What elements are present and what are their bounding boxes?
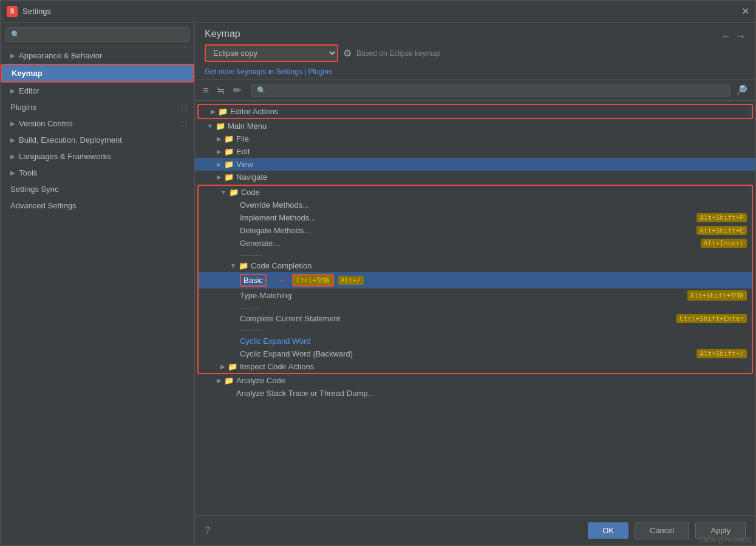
app-icon: S [7, 6, 18, 17]
sidebar-item-label: Build, Execution, Deployment [19, 135, 122, 145]
sidebar-item-label: Settings Sync [10, 185, 59, 194]
arrow-icon: ▶ [10, 52, 15, 59]
tree-item-analyze-code[interactable]: ▶ 📁 Analyze Code [195, 374, 755, 387]
tree-item-edit[interactable]: ▶ 📁 Edit [195, 145, 755, 158]
gear-icon[interactable]: ⚙ [343, 47, 352, 59]
tree-item-main-menu[interactable]: ▼ 📁 Main Menu [195, 120, 755, 132]
plugins-badge: ⬚ [181, 103, 187, 111]
shortcut-ctrl-space: Ctrl+空格 [292, 274, 334, 287]
right-panel: Keymap ← → Eclipse copy ⚙ Based on Eclip… [195, 22, 755, 545]
tree-item-navigate[interactable]: ▶ 📁 Navigate [195, 171, 755, 183]
arrow-icon: ▶ [211, 108, 216, 115]
tree-item-label: Override Methods... [240, 200, 309, 210]
tree-item-code[interactable]: ▼ 📁 Code [199, 186, 752, 199]
tree-item-complete-current[interactable]: Complete Current Statement Ctrl+Shift+En… [199, 312, 752, 325]
shortcut-alt-shift-space: Alt+Shift+空格 [687, 290, 747, 301]
tree-item-view[interactable]: ▶ 📁 View [195, 158, 755, 171]
get-more-keymaps-link[interactable]: Get more keymaps in Settings | Plugins [205, 67, 332, 76]
folder-icon: 📁 [224, 134, 234, 143]
tree-item-generate[interactable]: Generate... Alt+Insert [199, 237, 752, 250]
sidebar-item-settings-sync[interactable]: Settings Sync [1, 181, 194, 197]
basic-shortcuts: Ctrl+空格 Alt+/ [292, 274, 364, 287]
title-bar: S Settings ✕ [1, 1, 755, 22]
sidebar-item-plugins[interactable]: Plugins ⬚ [1, 99, 194, 115]
separator-1: ---------- [199, 250, 752, 259]
tree-item-label: Generate... [240, 239, 279, 248]
expand-all-button[interactable]: ≡ [200, 83, 211, 98]
nav-forward-button[interactable]: → [736, 31, 746, 42]
keymap-selector-row: Eclipse copy ⚙ Based on Eclipse keymap [205, 44, 746, 62]
tree-item-label: Analyze Code [236, 376, 285, 385]
nav-back-button[interactable]: ← [721, 31, 731, 42]
tree-item-inspect-code-actions[interactable]: ▶ 📁 Inspect Code Actions [199, 360, 752, 373]
folder-icon: 📁 [218, 107, 228, 116]
keymap-tree: ▶ 📁 Editor Actions ▼ 📁 Main Menu ▶ 📁 Fil… [195, 101, 755, 515]
tree-item-basic[interactable]: Basic → Ctrl+空格 Alt+/ [199, 272, 752, 288]
sidebar-item-keymap[interactable]: Keymap [1, 64, 194, 83]
sidebar-item-version-control[interactable]: ▶ Version Control ⬚ [1, 115, 194, 132]
sidebar-item-appearance[interactable]: ▶ Appearance & Behavior [1, 47, 194, 64]
arrow-icon: ▶ [10, 137, 15, 143]
sidebar-item-advanced-settings[interactable]: Advanced Settings [1, 197, 194, 214]
keymap-search-input[interactable] [251, 84, 730, 97]
sidebar-item-label: Appearance & Behavior [19, 51, 102, 60]
window-title: Settings [22, 7, 741, 16]
tree-item-label[interactable]: Cyclic Expand Word [240, 336, 311, 346]
separator-2: ---------- [199, 302, 752, 312]
shortcut-alt-shift-p: Alt+Shift+P [696, 213, 747, 222]
tree-item-label: Edit [236, 147, 250, 156]
sidebar-search-input[interactable] [5, 27, 189, 42]
sidebar-item-label: Version Control [19, 119, 73, 128]
arrow-icon: ▶ [10, 87, 15, 94]
sidebar-item-languages[interactable]: ▶ Languages & Frameworks [1, 148, 194, 165]
tree-item-label: Type-Matching [240, 291, 291, 300]
keymap-dropdown[interactable]: Eclipse copy [205, 44, 338, 62]
tree-item-delegate-methods[interactable]: Delegate Methods... Alt+Shift+E [199, 224, 752, 237]
tree-item-type-matching[interactable]: Type-Matching Alt+Shift+空格 [199, 288, 752, 302]
tree-item-label: Code Completion [251, 261, 312, 270]
sidebar: ▶ Appearance & Behavior Keymap ▶ Editor … [1, 22, 195, 545]
sidebar-item-editor[interactable]: ▶ Editor [1, 83, 194, 99]
sidebar-item-tools[interactable]: ▶ Tools [1, 165, 194, 181]
sidebar-item-label: Languages & Frameworks [19, 152, 111, 161]
help-icon[interactable]: ? [205, 525, 210, 536]
tree-item-cyclic-expand[interactable]: Cyclic Expand Word [199, 335, 752, 347]
arrow-icon: ▼ [230, 262, 236, 269]
separator-3: ---------- [199, 325, 752, 335]
tree-item-label: Editor Actions [230, 107, 279, 116]
collapse-all-button[interactable]: ≒ [214, 83, 228, 98]
settings-window: S Settings ✕ ▶ Appearance & Behavior Key… [0, 0, 756, 546]
tree-item-label: Analyze Stack Trace or Thread Dump... [236, 389, 374, 398]
tree-item-label: Cyclic Expand Word (Backward) [240, 349, 353, 358]
panel-title: Keymap [205, 29, 240, 39]
cancel-button[interactable]: Cancel [635, 522, 689, 539]
sidebar-item-label: Advanced Settings [10, 201, 76, 210]
tree-item-label: Main Menu [228, 121, 267, 131]
edit-shortcut-button[interactable]: ✏ [230, 83, 244, 98]
arrow-icon: ▶ [217, 148, 222, 155]
tree-item-label: Complete Current Statement [240, 314, 340, 323]
tree-item-label: Implement Methods... [240, 213, 316, 222]
tree-item-analyze-stack-trace[interactable]: Analyze Stack Trace or Thread Dump... [195, 387, 755, 400]
arrow-icon: ▶ [10, 153, 15, 160]
close-button[interactable]: ✕ [741, 5, 749, 17]
tree-item-implement-methods[interactable]: Implement Methods... Alt+Shift+P [199, 211, 752, 224]
folder-icon: 📁 [228, 362, 237, 371]
tree-item-file[interactable]: ▶ 📁 File [195, 132, 755, 145]
arrow-icon: ▶ [220, 363, 225, 370]
tree-item-override-methods[interactable]: Override Methods... [199, 199, 752, 211]
tree-item-editor-actions[interactable]: ▶ 📁 Editor Actions [197, 104, 753, 119]
arrow-icon: ▶ [10, 169, 15, 176]
shortcut-arrow: → [276, 274, 287, 287]
tree-item-label: Navigate [236, 172, 267, 182]
ok-button[interactable]: OK [588, 522, 628, 539]
tree-item-label: Inspect Code Actions [240, 362, 314, 371]
tree-item-cyclic-expand-backward[interactable]: Cyclic Expand Word (Backward) Alt+Shift+… [199, 347, 752, 360]
sidebar-item-build[interactable]: ▶ Build, Execution, Deployment [1, 132, 194, 148]
find-action-button[interactable]: 🔎 [732, 83, 751, 98]
footer: ? OK Cancel Apply [195, 515, 755, 545]
tree-item-code-completion[interactable]: ▼ 📁 Code Completion [199, 259, 752, 272]
nav-arrows: ← → [721, 31, 746, 42]
watermark: CSDN @Perley620 [699, 537, 751, 544]
folder-icon: 📁 [229, 188, 239, 197]
